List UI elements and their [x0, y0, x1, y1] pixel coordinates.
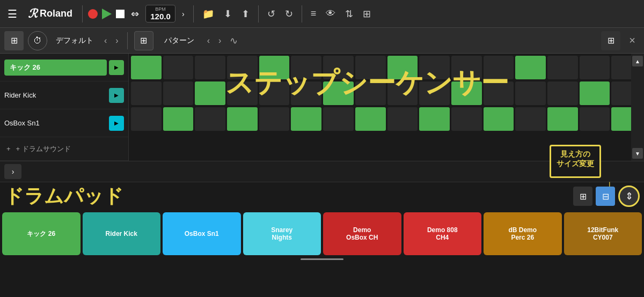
step-cell-r2-c1[interactable]	[131, 81, 162, 105]
add-sound-label: + ドラムサウンド	[16, 144, 71, 154]
loop-button[interactable]: ⇔	[128, 6, 142, 22]
track-1-play-button[interactable]: ▶	[109, 60, 124, 75]
preset-prev-button[interactable]: ‹	[102, 35, 109, 47]
scroll-down-button[interactable]: ▼	[632, 148, 643, 159]
step-cell-r3-c12[interactable]	[484, 107, 514, 131]
step-cell-r3-c11[interactable]	[451, 107, 482, 131]
step-cell-r3-c7[interactable]	[323, 107, 354, 131]
step-cell-r1-c1[interactable]	[131, 56, 162, 79]
step-cell-r1-c14[interactable]	[547, 56, 578, 79]
bpm-display[interactable]: BPM 120.0	[145, 5, 175, 23]
step-cell-r2-c11[interactable]	[451, 81, 482, 105]
drum-pad-5[interactable]: Demo OsBox CH	[323, 212, 401, 255]
step-cell-r1-c12[interactable]	[484, 56, 514, 79]
close-button[interactable]: ×	[625, 32, 640, 49]
play-button[interactable]	[102, 9, 112, 19]
step-row-3	[131, 107, 642, 131]
pattern-next-button[interactable]: ›	[216, 35, 223, 47]
step-cell-r1-c7[interactable]	[323, 56, 354, 79]
step-cell-r1-c8[interactable]	[355, 56, 386, 79]
pad-grid-button[interactable]: ⊟	[596, 187, 615, 206]
resize-button[interactable]: ⇕	[618, 185, 640, 207]
step-cell-r3-c1[interactable]	[131, 107, 162, 131]
step-cell-r1-c9[interactable]	[387, 56, 418, 79]
drum-pad-1[interactable]: キック 26	[2, 212, 80, 255]
undo-icon[interactable]: ↺	[264, 6, 279, 22]
pattern-prev-button[interactable]: ‹	[205, 35, 212, 47]
step-cell-r3-c15[interactable]	[580, 107, 610, 131]
drum-section: ドラムパッド ⊞ ⊟ ⇕ 見え方の サイズ変更 ↓ キック 26Rider Ki…	[0, 182, 644, 257]
scroll-up-button[interactable]: ▲	[632, 56, 643, 66]
step-cell-r2-c12[interactable]	[484, 81, 514, 105]
step-cell-r3-c10[interactable]	[419, 107, 450, 131]
chevron-right-icon: ›	[182, 10, 185, 18]
preset-next-button[interactable]: ›	[113, 35, 120, 47]
step-cell-r1-c10[interactable]	[419, 56, 450, 79]
step-cell-r3-c5[interactable]	[259, 107, 290, 131]
share-icon[interactable]: ⬆	[238, 6, 253, 22]
track-item-1[interactable]: キック 26 ▶	[0, 54, 128, 81]
track-3-play-button[interactable]: ▶	[109, 116, 124, 131]
chess-view-button[interactable]: ⊞	[573, 187, 592, 206]
step-cell-r2-c7[interactable]	[323, 81, 354, 105]
step-cell-r1-c11[interactable]	[451, 56, 482, 79]
step-cell-r2-c6[interactable]	[291, 81, 321, 105]
drum-pad-4[interactable]: Snarey Nights	[243, 212, 321, 255]
redo-icon[interactable]: ↻	[282, 6, 296, 22]
track-item-2[interactable]: Rider Kick ▶	[0, 81, 128, 109]
track-item-3[interactable]: OsBox Sn1 ▶	[0, 109, 128, 137]
expand-button[interactable]: ›	[4, 164, 21, 179]
eye-icon[interactable]: 👁	[323, 6, 339, 21]
list-icon[interactable]: ≡	[308, 6, 320, 21]
add-sound-button[interactable]: + + ドラムサウンド	[0, 137, 128, 161]
wave-icon[interactable]: ∿	[228, 35, 240, 47]
step-cell-r3-c14[interactable]	[547, 107, 578, 131]
track-2-play-button[interactable]: ▶	[109, 88, 124, 103]
record-button[interactable]	[88, 9, 98, 19]
step-cell-r3-c13[interactable]	[515, 107, 546, 131]
drum-pad-3[interactable]: OsBox Sn1	[163, 212, 241, 255]
step-cell-r2-c5[interactable]	[259, 81, 290, 105]
menu-button[interactable]: ☰	[4, 5, 20, 23]
sliders-icon[interactable]: ⇅	[342, 6, 356, 22]
step-cell-r3-c3[interactable]	[195, 107, 225, 131]
step-cell-r3-c8[interactable]	[355, 107, 386, 131]
step-cell-r2-c9[interactable]	[387, 81, 418, 105]
folder-icon[interactable]: 📁	[199, 6, 217, 22]
drum-pad-7[interactable]: dB Demo Perc 26	[484, 212, 562, 255]
step-cell-r2-c2[interactable]	[163, 81, 194, 105]
step-cell-r3-c2[interactable]	[163, 107, 194, 131]
step-cell-r1-c2[interactable]	[163, 56, 194, 79]
drum-pad-6[interactable]: Demo 808 CH4	[404, 212, 482, 255]
step-cell-r2-c15[interactable]	[580, 81, 610, 105]
bpm-value: 120.0	[150, 12, 171, 21]
bpm-chevron-button[interactable]: ›	[179, 8, 188, 20]
drum-pad-8[interactable]: 12BitFunk CY007	[564, 212, 642, 255]
grid-view-icon[interactable]: ⊞	[360, 6, 374, 22]
grid-view-button[interactable]: ⊞	[4, 31, 24, 50]
step-row-2	[131, 81, 642, 105]
step-cell-r3-c6[interactable]	[291, 107, 321, 131]
step-cell-r3-c9[interactable]	[387, 107, 418, 131]
step-scroll: ▲ ▼	[631, 54, 644, 161]
step-cell-r2-c14[interactable]	[547, 81, 578, 105]
step-cell-r1-c6[interactable]	[291, 56, 321, 79]
step-cell-r2-c4[interactable]	[227, 81, 258, 105]
bottom-icon-row: ⊞ ⊟ ⇕	[573, 185, 640, 207]
stop-button[interactable]	[116, 10, 125, 18]
step-cell-r1-c13[interactable]	[515, 56, 546, 79]
step-cell-r1-c4[interactable]	[227, 56, 258, 79]
step-cell-r2-c8[interactable]	[355, 81, 386, 105]
step-cell-r2-c3[interactable]	[195, 81, 225, 105]
step-cell-r2-c13[interactable]	[515, 81, 546, 105]
step-cell-r1-c3[interactable]	[195, 56, 225, 79]
step-cell-r1-c5[interactable]	[259, 56, 290, 79]
download-icon[interactable]: ⬇	[221, 6, 235, 22]
clock-button[interactable]: ⏱	[28, 31, 47, 50]
step-cell-r2-c10[interactable]	[419, 81, 450, 105]
step-cell-r3-c4[interactable]	[227, 107, 258, 131]
segment-display-button[interactable]: ⊞	[601, 31, 620, 50]
separator-3	[258, 5, 259, 23]
step-cell-r1-c15[interactable]	[580, 56, 610, 79]
drum-pad-2[interactable]: Rider Kick	[83, 212, 161, 255]
